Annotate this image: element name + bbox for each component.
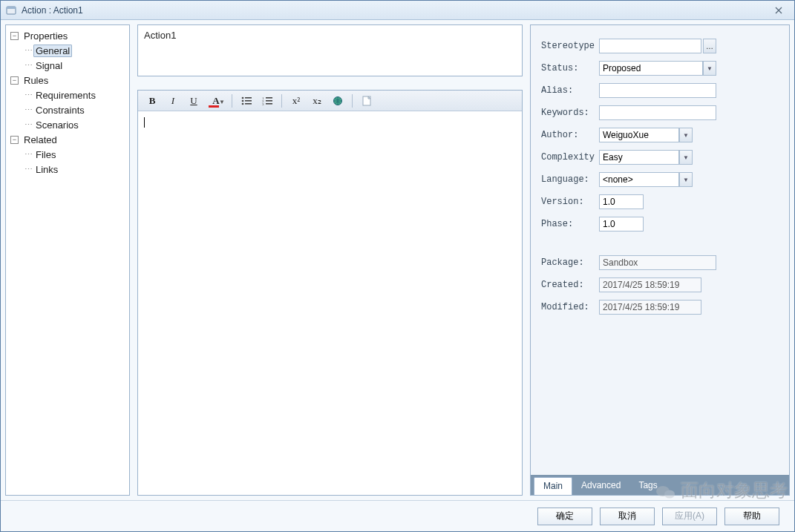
numbered-list-button[interactable]: 123 [259, 93, 275, 109]
version-input[interactable] [599, 194, 644, 209]
svg-rect-7 [245, 103, 252, 105]
alias-label: Alias: [541, 85, 599, 96]
tree-node-signal[interactable]: ⋯ Signal [7, 58, 128, 73]
dialog-footer: 确定 取消 应用(A) 帮助 [1, 500, 794, 531]
dialog-window: Action : Action1 − Properties ⋯ General … [0, 0, 795, 532]
properties-form: Stereotype … Status: ▼ Alias: Keywords: [530, 24, 790, 475]
chevron-down-icon[interactable]: ▼ [679, 150, 693, 165]
svg-point-4 [242, 99, 244, 102]
collapse-icon[interactable]: − [10, 76, 19, 85]
tree-node-scenarios[interactable]: ⋯ Scenarios [7, 117, 128, 132]
dialog-body: − Properties ⋯ General ⋯ Signal − Rules … [1, 20, 794, 500]
help-button[interactable]: 帮助 [724, 508, 779, 525]
bold-button[interactable]: B [144, 93, 160, 109]
alias-input[interactable] [599, 83, 716, 98]
tree-label: Files [33, 148, 58, 161]
tree-node-properties[interactable]: − Properties [7, 28, 128, 43]
svg-rect-1 [7, 7, 16, 9]
center-pane: Action1 B I U A ▼ 1 [130, 24, 530, 496]
modified-field [599, 300, 701, 315]
complexity-select[interactable] [599, 150, 679, 165]
editor-toolbar: B I U A ▼ 123 x² [138, 91, 522, 111]
insert-hyperlink-button[interactable] [330, 93, 346, 109]
svg-rect-13 [266, 103, 272, 105]
new-note-button[interactable] [359, 93, 375, 109]
package-field [599, 255, 716, 270]
status-select[interactable] [599, 61, 703, 76]
tree-node-general[interactable]: ⋯ General [7, 43, 128, 58]
separator [281, 94, 282, 108]
titlebar: Action : Action1 [1, 1, 794, 20]
name-field[interactable]: Action1 [137, 24, 523, 76]
version-label: Version: [541, 197, 599, 207]
svg-rect-9 [266, 97, 272, 99]
phase-input[interactable] [599, 217, 644, 231]
tree-connector-icon: ⋯ [24, 46, 32, 56]
chevron-down-icon[interactable]: ▼ [679, 172, 693, 187]
tree-node-rules[interactable]: − Rules [7, 73, 128, 88]
ok-button[interactable]: 确定 [537, 508, 592, 525]
svg-rect-3 [245, 97, 252, 99]
tree-node-constraints[interactable]: ⋯ Constraints [7, 102, 128, 117]
svg-rect-5 [245, 100, 252, 102]
superscript-button[interactable]: x² [288, 93, 304, 109]
created-field [599, 278, 701, 292]
keywords-input[interactable] [599, 105, 716, 120]
tree-label: Signal [33, 59, 65, 72]
created-label: Created: [541, 280, 599, 290]
nav-tree: − Properties ⋯ General ⋯ Signal − Rules … [5, 24, 130, 496]
tab-advanced[interactable]: Advanced [572, 477, 629, 495]
keywords-label: Keywords: [541, 108, 599, 118]
chevron-down-icon[interactable]: ▼ [679, 128, 693, 142]
tree-node-links[interactable]: ⋯ Links [7, 162, 128, 177]
subscript-button[interactable]: x₂ [309, 93, 325, 109]
language-select[interactable] [599, 172, 679, 187]
collapse-icon[interactable]: − [10, 32, 19, 40]
author-select[interactable] [599, 128, 679, 142]
separator [352, 94, 353, 108]
italic-button[interactable]: I [165, 93, 181, 109]
chevron-down-icon[interactable]: ▼ [703, 61, 716, 76]
modified-label: Modified: [541, 302, 599, 312]
status-label: Status: [541, 63, 599, 73]
stereotype-label: Stereotype [541, 41, 599, 51]
tree-label: Links [33, 163, 60, 176]
app-icon [5, 4, 17, 16]
tree-label: Rules [22, 74, 50, 87]
tree-node-requirements[interactable]: ⋯ Requirements [7, 88, 128, 102]
tree-connector-icon: ⋯ [24, 61, 32, 70]
font-color-button[interactable]: A ▼ [206, 93, 226, 109]
tree-node-related[interactable]: − Related [7, 132, 128, 147]
stereotype-input[interactable] [599, 39, 701, 53]
tree-label: General [33, 45, 72, 57]
tree-label: Related [22, 134, 59, 146]
stereotype-browse-button[interactable]: … [703, 39, 716, 53]
complexity-label: Complexity [541, 152, 599, 162]
tree-label: Constraints [33, 104, 87, 116]
close-button[interactable] [768, 4, 790, 17]
underline-button[interactable]: U [186, 93, 202, 109]
tree-connector-icon: ⋯ [24, 120, 32, 130]
tab-tags[interactable]: Tags [629, 477, 666, 495]
element-name: Action1 [144, 30, 176, 41]
notes-editor: B I U A ▼ 123 x² [137, 90, 523, 496]
collapse-icon[interactable]: − [10, 136, 19, 144]
tab-main[interactable]: Main [534, 477, 572, 495]
tree-connector-icon: ⋯ [24, 165, 32, 174]
separator [232, 94, 232, 108]
cancel-button[interactable]: 取消 [600, 508, 655, 525]
properties-tabs: Main Advanced Tags [530, 475, 790, 496]
tree-connector-icon: ⋯ [24, 105, 32, 115]
author-label: Author: [541, 130, 599, 140]
tree-label: Scenarios [33, 119, 81, 131]
notes-textarea[interactable] [138, 111, 522, 495]
svg-text:3: 3 [262, 102, 264, 105]
phase-label: Phase: [541, 219, 599, 229]
bullet-list-button[interactable] [238, 93, 255, 109]
tree-connector-icon: ⋯ [24, 91, 32, 100]
properties-pane: Stereotype … Status: ▼ Alias: Keywords: [530, 24, 790, 496]
tree-label: Properties [22, 30, 70, 42]
apply-button[interactable]: 应用(A) [662, 508, 717, 525]
svg-point-6 [242, 102, 244, 105]
tree-node-files[interactable]: ⋯ Files [7, 147, 128, 162]
